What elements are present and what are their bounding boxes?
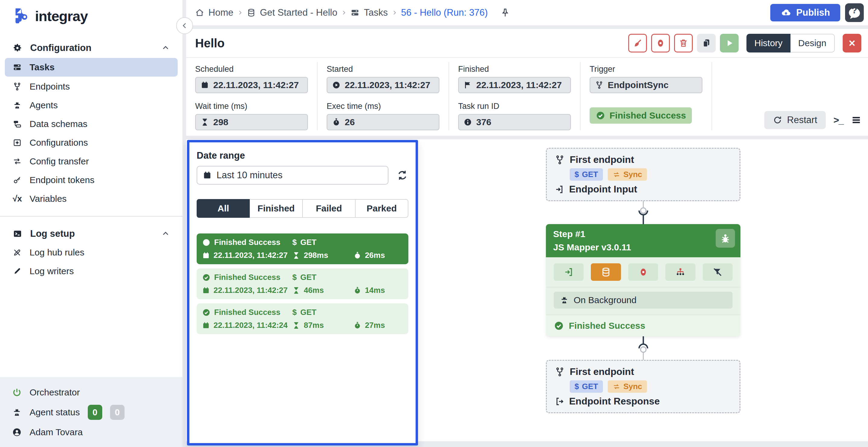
endpoint-branch-icon <box>595 81 603 89</box>
step-input-button[interactable] <box>554 263 584 281</box>
chevron-up-icon <box>161 230 170 238</box>
sidebar-item-config-transfer[interactable]: Config transfer <box>0 152 183 171</box>
step-data-button[interactable] <box>591 263 621 281</box>
sidebar-item-endpoint-tokens[interactable]: Endpoint tokens <box>0 171 183 189</box>
flow-output-endpoint-node[interactable]: First endpoint $GET Sync Endpoint Respon… <box>546 360 740 413</box>
step-agent-pill[interactable]: On Background <box>554 292 733 308</box>
agent-status-row[interactable]: Agent status 0 0 <box>0 403 183 422</box>
pin-icon[interactable] <box>500 8 510 18</box>
run-list-item[interactable]: Finished Success $GET 22.11.2023, 11:42:… <box>197 303 408 334</box>
tab-parked[interactable]: Parked <box>355 199 408 218</box>
hourglass-icon <box>292 287 300 294</box>
delete-task-button[interactable] <box>674 34 693 53</box>
check-circle-icon <box>202 238 211 247</box>
database-icon <box>247 8 256 17</box>
refresh-button[interactable] <box>396 169 408 181</box>
menu-icon[interactable] <box>851 115 861 125</box>
agent-icon <box>13 101 22 110</box>
tab-finished[interactable]: Finished <box>250 199 303 218</box>
key-icon <box>13 176 22 185</box>
publish-button[interactable]: Publish <box>770 4 840 22</box>
stopwatch-icon <box>332 118 341 126</box>
run-list-item[interactable]: Finished Success $GET 22.11.2023, 11:42:… <box>197 268 408 299</box>
pencil-icon <box>13 267 22 276</box>
hourglass-icon <box>292 251 300 259</box>
run-task-button[interactable] <box>720 34 739 53</box>
breadcrumb-tasks[interactable]: Tasks <box>350 7 388 18</box>
gear-icon <box>13 43 22 53</box>
user-menu[interactable]: Adam Tovara <box>0 422 183 442</box>
sidebar-section-configuration[interactable]: Configuration <box>0 39 183 57</box>
tab-failed[interactable]: Failed <box>303 199 355 218</box>
agents-offline-badge: 0 <box>110 405 125 420</box>
run-status-badge: Finished Success <box>590 108 692 124</box>
copy-icon <box>701 38 711 48</box>
play-icon <box>724 38 734 48</box>
stop-task-button[interactable] <box>651 34 670 53</box>
stopwatch-icon <box>353 251 361 259</box>
sidebar-item-log-writers[interactable]: Log writers <box>0 262 183 280</box>
console-icon[interactable]: >_ <box>834 115 843 126</box>
duplicate-task-button[interactable] <box>697 34 716 53</box>
wait-time-label: Wait time (ms) <box>195 102 308 111</box>
method-badge: $GET <box>570 168 603 181</box>
clean-task-button[interactable] <box>628 34 647 53</box>
power-icon <box>12 388 22 397</box>
trash-icon <box>678 38 688 48</box>
sidebar-divider <box>0 216 183 216</box>
sync-badge: Sync <box>608 380 647 393</box>
debug-button[interactable] <box>716 229 735 248</box>
scheduled-value: 22.11.2023, 11:42:27 <box>213 80 299 90</box>
sidebar-item-tasks[interactable]: Tasks <box>5 58 178 77</box>
dollar-icon: $ <box>292 238 297 247</box>
home-icon <box>195 8 204 17</box>
field-column-trigger: Trigger EndpointSync Finished Success <box>581 62 712 130</box>
broom-icon <box>632 38 643 48</box>
step-stop-button[interactable] <box>628 263 658 281</box>
run-list-item[interactable]: Finished Success $GET 22.11.2023, 11:42:… <box>197 234 408 264</box>
flow-connector <box>637 201 650 224</box>
trigger-value: EndpointSync <box>608 80 669 90</box>
breadcrumb-current-run[interactable]: 56 - Hello (Run: 376) <box>401 7 488 18</box>
sidebar-item-variables[interactable]: √x Variables <box>0 189 183 208</box>
started-value: 22.11.2023, 11:42:27 <box>345 80 430 90</box>
sidebar-collapse-button[interactable] <box>176 17 193 34</box>
close-button[interactable] <box>843 34 861 53</box>
database-icon <box>601 267 611 277</box>
method-badge: $GET <box>570 380 603 393</box>
date-range-select[interactable]: Last 10 minutes <box>197 166 389 185</box>
cloud-upload-icon <box>780 7 792 18</box>
sidebar-item-endpoints[interactable]: Endpoints <box>0 77 183 96</box>
tab-design[interactable]: Design <box>790 34 835 53</box>
step-filter-button[interactable] <box>703 263 733 281</box>
check-circle-icon <box>202 308 211 317</box>
sidebar-section-log-setup[interactable]: Log setup <box>0 225 183 243</box>
tab-history[interactable]: History <box>746 34 790 53</box>
chevron-up-icon <box>161 44 170 52</box>
restart-button[interactable]: Restart <box>764 111 826 129</box>
pen-slash-icon <box>13 248 22 257</box>
sidebar-item-configurations[interactable]: Configurations <box>0 133 183 152</box>
app-window: integray Configuration Tasks Endpoints A… <box>0 0 868 447</box>
brand-name: integray <box>35 8 88 24</box>
brand-logo[interactable]: integray <box>0 0 183 25</box>
run-details-panel: Scheduled 22.11.2023, 11:42:27 Wait time… <box>186 57 868 136</box>
orchestrator-status[interactable]: Orchestrator <box>0 383 183 403</box>
sidebar-item-data-schemas[interactable]: Data schemas <box>0 115 183 133</box>
sidebar-item-log-hub-rules[interactable]: Log hub rules <box>0 243 183 262</box>
history-content: Date range Last 10 minutes All Finished … <box>186 139 868 441</box>
tab-all[interactable]: All <box>197 199 250 218</box>
calendar-icon <box>202 322 210 329</box>
breadcrumb-home[interactable]: Home <box>195 7 234 18</box>
folder-gear-icon <box>13 138 22 147</box>
flow-step-node[interactable]: Step #1 JS Mapper v3.0.11 <box>546 224 740 336</box>
help-button[interactable]: ? <box>845 3 864 22</box>
finished-value: 22.11.2023, 11:42:27 <box>476 80 562 90</box>
sidebar-item-agents[interactable]: Agents <box>0 96 183 115</box>
flow-input-endpoint-node[interactable]: First endpoint $GET Sync Endpoint Input <box>546 148 740 201</box>
page-title: Hello <box>195 36 225 50</box>
task-run-id-label: Task run ID <box>458 102 571 111</box>
step-hierarchy-button[interactable] <box>665 263 695 281</box>
breadcrumb-workspace[interactable]: Get Started - Hello <box>247 7 338 18</box>
step-name: Step #1 <box>553 229 733 239</box>
